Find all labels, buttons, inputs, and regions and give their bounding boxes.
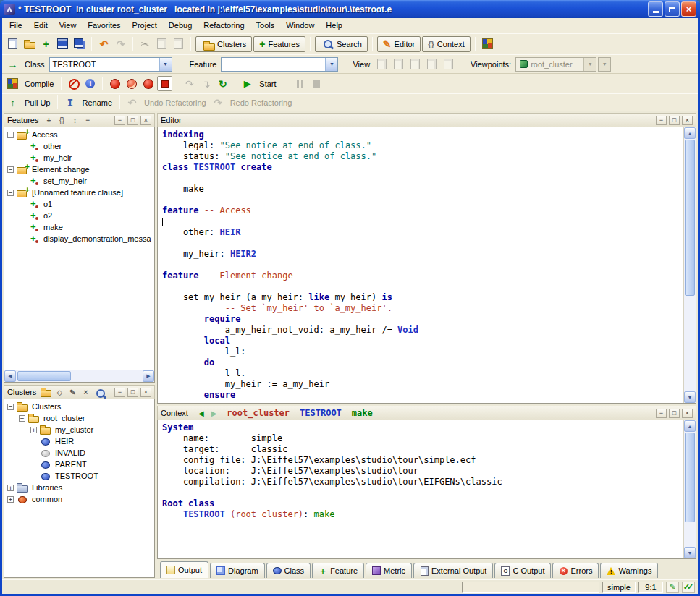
expand-icon[interactable]: + — [7, 485, 14, 491]
code-line[interactable] — [162, 238, 682, 249]
menu-window[interactable]: Window — [280, 19, 320, 32]
feature-combo-dropdown-icon[interactable]: ▼ — [325, 58, 337, 71]
start-icon[interactable]: ▶ — [240, 76, 255, 91]
editor-close-button[interactable]: × — [682, 116, 693, 125]
horizontal-scroll-thumb[interactable] — [17, 371, 71, 381]
history-back-icon[interactable]: ◀ — [198, 409, 204, 417]
tree-item-element-change[interactable]: −Element change — [4, 163, 154, 175]
add-cluster-icon[interactable] — [41, 387, 52, 398]
breadcrumb-class[interactable]: TESTROOT — [300, 408, 342, 418]
code-line[interactable]: other: HEIR — [162, 227, 682, 238]
feature-combo[interactable]: ▼ — [221, 57, 338, 72]
tab-diagram[interactable]: Diagram — [210, 563, 265, 578]
code-line[interactable] — [162, 260, 682, 271]
tab-warnings[interactable]: Warnings — [600, 563, 658, 578]
rename-button[interactable]: Rename — [79, 98, 115, 107]
editor-panel-titlebar[interactable]: Editor − □ × — [157, 113, 696, 127]
run-workbench-button[interactable]: ↻ — [215, 76, 230, 91]
code-line[interactable] — [162, 281, 682, 292]
rename-icon[interactable]: I — [62, 95, 77, 110]
tree-item-unnamed-feature-clause[interactable]: −[Unnamed feature clause] — [4, 187, 154, 198]
properties-icon[interactable]: ◇ — [54, 387, 65, 398]
context-button[interactable]: {} Context — [422, 36, 470, 52]
new-class-button[interactable]: + — [38, 36, 54, 51]
undo-button[interactable]: ↶ — [96, 36, 111, 51]
save-all-button[interactable] — [72, 36, 87, 51]
tree-item-set-my-heir[interactable]: set_my_heir — [4, 175, 154, 187]
context-maximize-button[interactable]: □ — [669, 409, 680, 418]
open-file-button[interactable] — [22, 36, 37, 51]
features-panel-titlebar[interactable]: Features + {} ↕ ≡ − □ × — [4, 113, 155, 127]
clusters-panel-titlebar[interactable]: Clusters ◇ ✎ × − □ × — [4, 385, 155, 399]
scroll-down-icon[interactable]: ▼ — [684, 391, 696, 403]
code-line[interactable]: local — [162, 336, 682, 346]
class-combo-dropdown-icon[interactable]: ▼ — [159, 58, 172, 71]
class-combo-value[interactable]: TESTROOT — [50, 60, 159, 69]
edit-cluster-icon[interactable]: ✎ — [67, 387, 78, 398]
code-line[interactable]: class TESTROOT create — [162, 162, 682, 173]
code-line[interactable]: Root class — [162, 498, 682, 509]
tree-item-o2[interactable]: o2 — [4, 210, 154, 221]
tree-item-other[interactable]: other — [4, 140, 154, 152]
clusters-button[interactable]: Clusters — [195, 36, 252, 52]
tab-c-output[interactable]: C Output — [494, 563, 551, 578]
code-line[interactable]: location: J:\Eiffel57\examples\studio\to… — [162, 466, 682, 477]
expand-icon[interactable]: + — [7, 496, 14, 503]
code-line[interactable]: ensure — [162, 390, 682, 401]
expand-icon[interactable]: + — [30, 427, 37, 433]
editor-button[interactable]: ✎ Editor — [377, 36, 421, 52]
code-line[interactable]: feature -- Access — [162, 205, 682, 216]
menu-debug[interactable]: Debug — [163, 19, 198, 32]
code-line[interactable]: my_heir := a_my_heir — [162, 379, 682, 390]
compile-button[interactable]: Compile — [22, 80, 56, 88]
tab-output[interactable]: Output — [160, 561, 208, 578]
tree-item-common[interactable]: +common — [4, 493, 154, 505]
start-button[interactable]: Start — [256, 80, 279, 88]
tree-item-display-demonstration-messa[interactable]: display_demonstration_messa — [4, 233, 154, 244]
code-line[interactable]: require — [162, 314, 682, 325]
tree-item-root-cluster[interactable]: −root_cluster — [4, 412, 154, 424]
precompile-button[interactable] — [157, 76, 172, 91]
tree-item-libraries[interactable]: +Libraries — [4, 482, 154, 493]
history-forward-icon[interactable]: ▶ — [211, 409, 217, 417]
code-line[interactable] — [162, 216, 682, 227]
scroll-right-icon[interactable]: ▶ — [143, 370, 154, 382]
vertical-scroll-track[interactable] — [684, 432, 696, 547]
sort-icon[interactable]: ↕ — [69, 115, 80, 126]
close-button[interactable]: × — [681, 1, 696, 17]
tree-item-testroot[interactable]: TESTROOT — [4, 470, 154, 482]
breadcrumb-cluster[interactable]: root_cluster — [227, 408, 290, 418]
code-line[interactable]: indexing — [162, 129, 682, 140]
class-combo[interactable]: TESTROOT ▼ — [49, 57, 172, 72]
collapse-icon[interactable]: − — [19, 415, 25, 422]
editor-code-area[interactable]: indexing legal: "See notice at end of cl… — [158, 127, 683, 403]
tree-item-heir[interactable]: HEIR — [4, 435, 154, 447]
tree-item-my-cluster[interactable]: +my_cluster — [4, 424, 154, 435]
code-line[interactable]: a_my_heir_not_void: a_my_heir /= Void — [162, 325, 682, 336]
collapse-icon[interactable]: − — [7, 404, 14, 410]
code-line[interactable]: compilation: J:\Eiffel57\examples\studio… — [162, 477, 682, 488]
code-line[interactable]: my_heir: HEIR2 — [162, 249, 682, 260]
braces-icon[interactable]: {} — [56, 115, 67, 126]
discard-assertions-button[interactable] — [66, 76, 81, 91]
title-bar[interactable]: * TESTROOT in cluster root_cluster locat… — [0, 0, 700, 18]
new-file-button[interactable] — [5, 36, 20, 51]
features-button[interactable]: + Features — [253, 36, 305, 52]
menu-view[interactable]: View — [54, 19, 83, 32]
list-view-icon[interactable]: ≡ — [82, 115, 93, 126]
system-info-button[interactable] — [83, 76, 98, 91]
context-minimize-button[interactable]: − — [656, 409, 667, 418]
features-minimize-button[interactable]: − — [114, 116, 125, 125]
context-output-area[interactable]: System name: simple target: classic conf… — [158, 420, 683, 558]
code-line[interactable]: name: simple — [162, 433, 682, 444]
add-feature-icon[interactable]: + — [43, 115, 54, 126]
breadcrumb-feature[interactable]: make — [352, 408, 373, 418]
code-line[interactable]: target: classic — [162, 444, 682, 455]
menu-file[interactable]: File — [4, 19, 28, 32]
freeze-button[interactable] — [124, 76, 139, 91]
tab-external-output[interactable]: External Output — [413, 563, 493, 578]
code-line[interactable]: TESTROOT (root_cluster): make — [162, 509, 682, 520]
minimize-button[interactable] — [648, 1, 663, 17]
menu-tools[interactable]: Tools — [250, 19, 281, 32]
features-maximize-button[interactable]: □ — [127, 116, 138, 125]
